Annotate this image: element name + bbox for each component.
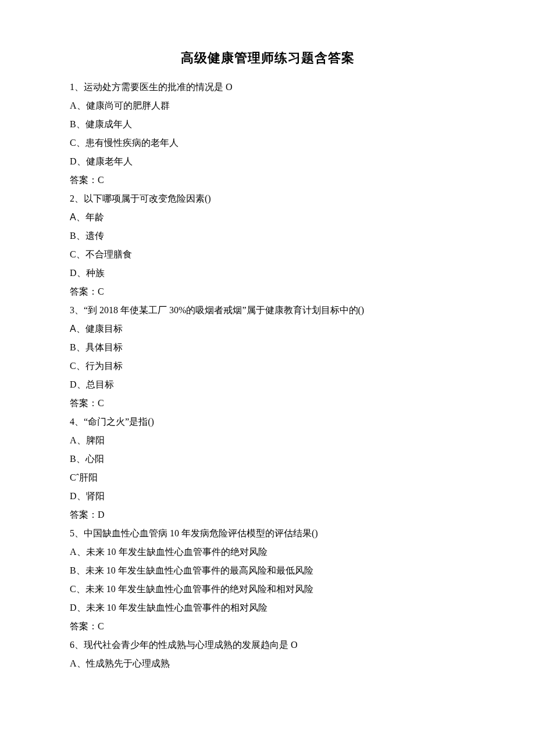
text-line: 1、运动处方需要医生的批准的情况是 O xyxy=(70,78,465,96)
text-line: 5、中国缺血性心血管病 10 年发病危险评估模型的评估结果() xyxy=(70,524,465,543)
text-line: D、未来 10 年发生缺血性心血管事件的相对风险 xyxy=(70,599,465,617)
text-line: A、健康尚可的肥胖人群 xyxy=(70,96,465,115)
text-line: 3、“到 2018 年使某工厂 30%的吸烟者戒烟”属于健康教育计划目标中的() xyxy=(70,301,465,320)
text-line: A、性成熟先于心理成熟 xyxy=(70,654,465,673)
text-line: 答案：C xyxy=(70,282,465,301)
text-line: C、不合理膳食 xyxy=(70,245,465,264)
text-line: D、种族 xyxy=(70,264,465,282)
text-line: 答案：C xyxy=(70,171,465,189)
text-line: 答案：D xyxy=(70,506,465,524)
text-line: D、健康老年人 xyxy=(70,152,465,171)
text-line: C、未来 10 年发生缺血性心血管事件的绝对风险和相对风险 xyxy=(70,580,465,599)
text-line: 4、“命门之火”是指() xyxy=(70,413,465,431)
text-line: B、未来 10 年发生缺血性心血管事件的最高风险和最低风险 xyxy=(70,561,465,580)
text-line: A、未来 10 年发生缺血性心血管事件的绝对风险 xyxy=(70,543,465,561)
page-title: 高级健康管理师练习题含答案 xyxy=(70,45,465,71)
text-line: 答案：C xyxy=(70,394,465,413)
text-line: 6、现代社会青少年的性成熟与心理成熟的发展趋向是 O xyxy=(70,636,465,654)
text-line: D、肾阳 xyxy=(70,487,465,506)
document-body: 1、运动处方需要医生的批准的情况是 OA、健康尚可的肥胖人群B、健康成年人C、患… xyxy=(70,78,465,673)
text-line: D、总目标 xyxy=(70,375,465,394)
text-line: A、健康目标 xyxy=(70,320,465,338)
text-line: C、患有慢性疾病的老年人 xyxy=(70,134,465,152)
text-line: A、脾阳 xyxy=(70,431,465,450)
text-line: 2、以下哪项属于可改变危险因素() xyxy=(70,189,465,208)
text-line: B、具体目标 xyxy=(70,338,465,357)
text-line: Cˆ肝阳 xyxy=(70,468,465,487)
text-line: A、年龄 xyxy=(70,208,465,227)
text-line: B、遗传 xyxy=(70,227,465,245)
text-line: B、健康成年人 xyxy=(70,115,465,134)
text-line: B、心阳 xyxy=(70,450,465,468)
text-line: 答案：C xyxy=(70,617,465,636)
text-line: C、行为目标 xyxy=(70,357,465,375)
